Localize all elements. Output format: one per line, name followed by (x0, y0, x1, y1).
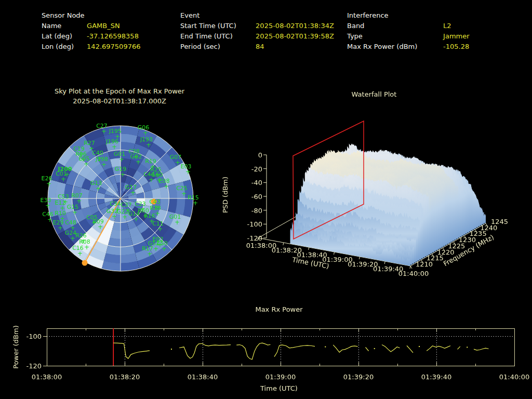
sensor-lat-row: Lat (deg) -37.126598358 (42, 31, 140, 41)
interference-power-row: Max Rx Power (dBm) -105.28 (347, 41, 470, 51)
waterfall-psd-tick: 0 (258, 151, 262, 159)
satellite-marker: + (101, 129, 107, 134)
max-rx-power-xaxis-label: Time (UTC) (260, 384, 298, 392)
satellite-marker: + (84, 162, 89, 167)
power-time-tick: 01:39:20 (343, 373, 374, 381)
waterfall-canvas (216, 83, 532, 286)
satellite-marker: + (77, 251, 83, 256)
sensor-lon-value: 142.697509766 (87, 42, 140, 51)
sensor-lon-row: Lon (deg) 142.697509766 (42, 41, 140, 51)
satellite-marker: + (47, 217, 52, 222)
power-time-tick: 01:40:00 (499, 373, 529, 381)
interference-panel: Interference Band L2 Type Jammer Max Rx … (347, 10, 470, 51)
power-dbm-tick: -120 (26, 362, 42, 370)
max-rx-power-title: Max Rx Power (255, 305, 302, 313)
satellite-marker: + (157, 227, 163, 232)
interference-power-label: Max Rx Power (dBm) (347, 42, 441, 51)
event-start-row: Start Time (UTC) 2025-08-02T01:38:34Z (180, 20, 334, 31)
waterfall-psd-tick: -20 (251, 165, 262, 172)
sensor-lon-label: Lon (deg) (42, 42, 84, 51)
satellite-marker: + (120, 172, 125, 177)
event-start-label: Start Time (UTC) (180, 21, 253, 31)
event-title: Event (180, 10, 334, 20)
satellite-marker: + (76, 198, 82, 204)
event-end-label: End Time (UTC) (180, 31, 253, 41)
satellite-marker: + (146, 142, 151, 148)
max-rx-power-yaxis-label: Power (dBm) (12, 325, 20, 368)
sensor-lat-value: -37.126598358 (87, 31, 139, 41)
satellite-marker: + (101, 162, 107, 167)
power-dbm-tick: -100 (26, 332, 42, 340)
satellite-marker: + (46, 181, 51, 187)
interference-band-label: Band (347, 21, 441, 31)
waterfall-plot: Waterfall Plot PSD (dBm) Time (UTC) Freq… (216, 83, 532, 286)
satellite-marker: + (96, 186, 101, 191)
satellite-marker: + (72, 210, 77, 215)
waterfall-psd-tick: -40 (251, 179, 262, 187)
satellite-marker: + (134, 217, 139, 222)
interference-band-row: Band L2 (347, 20, 470, 31)
satellite-marker: + (84, 245, 89, 250)
event-end-row: End Time (UTC) 2025-08-02T01:39:58Z (180, 31, 334, 41)
sky-plot-title-line2: 2025-08-02T01:38:17.000Z (31, 96, 208, 106)
power-time-tick: 01:39:40 (421, 373, 451, 381)
interference-type-label: Type (347, 31, 441, 41)
event-period-row: Period (sec) 84 (180, 41, 334, 51)
satellite-marker: + (155, 211, 160, 216)
waterfall-frequency-tick: 1245 (491, 218, 508, 225)
satellite-marker: + (147, 251, 152, 257)
sensor-name-row: Name GAMB_SN (42, 20, 140, 31)
waterfall-title: Waterfall Plot (352, 90, 397, 98)
satellite-marker: + (45, 203, 50, 208)
waterfall-psd-tick: -120 (247, 234, 262, 242)
power-time-tick: 01:38:00 (32, 373, 62, 381)
power-time-tick: 01:39:00 (265, 373, 296, 381)
sensor-name-label: Name (42, 21, 84, 31)
interference-title: Interference (347, 10, 470, 20)
satellite-marker: + (136, 159, 141, 165)
waterfall-time-tick: 01:40:00 (398, 270, 429, 277)
satellite-marker: + (181, 191, 187, 196)
sensor-name-value: GAMB_SN (87, 21, 120, 31)
satellite-marker: + (112, 214, 117, 219)
max-rx-power-plot: Max Rx Power Time (UTC) Power (dBm) 01:3… (0, 304, 532, 399)
power-time-tick: 01:38:40 (188, 373, 218, 381)
sensor-node-panel: Sensor Node Name GAMB_SN Lat (deg) -37.1… (42, 10, 140, 51)
satellite-marker: + (153, 246, 158, 251)
satellite-marker: + (162, 246, 167, 251)
satellite-marker: + (193, 201, 198, 206)
event-period-value: 84 (256, 42, 264, 51)
dashboard: Sensor Node Name GAMB_SN Lat (deg) -37.1… (0, 0, 532, 399)
waterfall-psd-tick: -80 (251, 206, 262, 214)
sky-plot-title: Sky Plot at the Epoch of Max Rx Power 20… (31, 86, 208, 106)
satellite-marker: + (112, 144, 117, 150)
sky-plot-title-line1: Sky Plot at the Epoch of Max Rx Power (31, 86, 208, 96)
interference-band-value: L2 (443, 21, 451, 31)
satellite-marker: + (143, 130, 148, 136)
satellite-marker: + (98, 224, 103, 230)
satellite-marker: + (122, 215, 127, 220)
satellite-marker: + (61, 177, 66, 182)
interference-power-value: -105.28 (443, 42, 469, 51)
satellite-marker: + (185, 169, 191, 175)
satellite-marker: + (58, 225, 63, 231)
event-end-value: 2025-08-02T01:39:58Z (256, 31, 334, 41)
interference-type-row: Type Jammer (347, 31, 470, 41)
sky-plot: C27+J195+G06+R27+J196+J193+C19+R06+C40+G… (43, 121, 198, 276)
satellite-marker: + (175, 160, 180, 165)
waterfall-psd-tick: -100 (247, 220, 262, 228)
satellite-marker: + (130, 190, 136, 195)
satellite-marker: + (175, 220, 180, 225)
interference-type-value: Jammer (443, 31, 469, 41)
power-time-tick: 01:38:20 (110, 373, 140, 381)
event-period-label: Period (sec) (180, 42, 253, 51)
satellite-marker: + (149, 177, 154, 182)
event-panel: Event Start Time (UTC) 2025-08-02T01:38:… (180, 10, 334, 51)
waterfall-psd-axis-label: PSD (dBm) (221, 177, 229, 213)
sensor-node-title: Sensor Node (42, 10, 140, 20)
waterfall-psd-tick: -60 (251, 193, 262, 201)
satellite-marker: + (119, 157, 124, 162)
satellite-marker: + (164, 184, 169, 189)
event-start-value: 2025-08-02T01:38:34Z (256, 21, 334, 31)
satellite-marker: + (70, 236, 75, 241)
